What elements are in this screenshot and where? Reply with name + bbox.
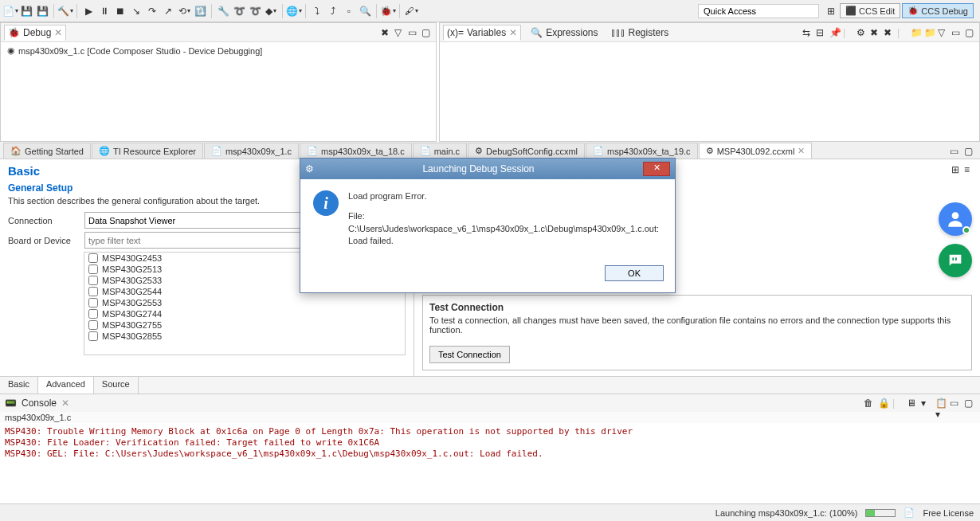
folder-icon[interactable]: 📁 xyxy=(911,27,922,38)
highlight-icon[interactable]: 🖋▾ xyxy=(404,4,418,18)
tab-getting-started[interactable]: 🏠 Getting Started xyxy=(3,143,91,159)
variables-tab[interactable]: (x)= Variables ✕ xyxy=(443,25,521,41)
console-output[interactable]: MSP430: Trouble Writing Memory Block at … xyxy=(0,423,980,495)
close-icon[interactable]: ✕ xyxy=(509,27,517,38)
xx-icon[interactable]: ✖ xyxy=(884,27,895,38)
new-icon[interactable]: 📄▾ xyxy=(3,4,18,18)
device-checkbox[interactable] xyxy=(88,264,98,274)
list-item[interactable]: MSP430G2553 xyxy=(84,297,405,308)
device-checkbox[interactable] xyxy=(88,298,98,308)
list-item[interactable]: MSP430G2755 xyxy=(84,319,405,331)
maximize-icon[interactable]: ▢ xyxy=(965,27,976,38)
tab-advanced[interactable]: Advanced xyxy=(38,377,94,394)
tab-file1[interactable]: 📄 msp430x09x_1.c xyxy=(204,143,299,159)
arrow2-icon[interactable]: ⤴ xyxy=(326,4,340,18)
save-icon[interactable]: 💾 xyxy=(19,4,33,18)
device-checkbox[interactable] xyxy=(88,276,98,285)
tab-active-ccxml[interactable]: ⚙ MSP430L092.ccxml ✕ xyxy=(699,143,813,159)
filter-icon[interactable]: ⚙ xyxy=(857,27,868,38)
tree-icon[interactable]: ⇆ xyxy=(802,27,813,38)
svg-rect-2 xyxy=(955,257,957,260)
hammer-icon[interactable]: 🔨▾ xyxy=(58,4,73,18)
dialog-title-text: Launching Debug Session xyxy=(314,163,643,174)
list-item[interactable]: MSP430G2855 xyxy=(84,331,405,342)
ccs-debug-perspective[interactable]: 🐞 CCS Debug xyxy=(902,3,974,18)
save-all-icon[interactable]: 💾 xyxy=(35,4,49,18)
tool4-icon[interactable]: ◆▾ xyxy=(264,4,278,18)
device-checkbox[interactable] xyxy=(88,253,98,263)
dialog-message: File: C:\Users\Judes\workspace_v6_1\msp4… xyxy=(348,210,662,247)
close-icon[interactable]: ✕ xyxy=(798,146,805,156)
doc-icon[interactable]: 📄 xyxy=(904,507,915,518)
error-dialog: ⚙ Launching Debug Session ✕ i Load progr… xyxy=(300,158,676,293)
reset-icon[interactable]: ⟲▾ xyxy=(177,4,191,18)
minimize-icon[interactable]: ▭ xyxy=(408,27,419,38)
tab-basic[interactable]: Basic xyxy=(0,377,38,394)
tab-file2[interactable]: 📄 msp430x09x_ta_18.c xyxy=(300,143,412,159)
resume-icon[interactable]: ▶ xyxy=(81,4,96,18)
device-checkbox[interactable] xyxy=(88,320,98,330)
tab-ti-resource[interactable]: 🌐 TI Resource Explorer xyxy=(92,143,203,159)
device-checkbox[interactable] xyxy=(88,287,98,296)
globe-icon[interactable]: 🌐▾ xyxy=(287,4,301,18)
step-return-icon[interactable]: ↗ xyxy=(161,4,175,18)
folder2-icon[interactable]: 📁 xyxy=(924,27,935,38)
clear-icon[interactable]: 🗑 xyxy=(864,398,875,409)
quick-access-input[interactable] xyxy=(698,4,819,18)
refresh-icon[interactable]: 🔃 xyxy=(193,4,207,18)
open-perspective-icon[interactable]: ⊞ xyxy=(824,4,838,18)
stop-icon[interactable]: ⏹ xyxy=(113,4,127,18)
ok-button[interactable]: OK xyxy=(605,265,664,281)
close-icon[interactable]: ✕ xyxy=(61,398,69,409)
tab-source[interactable]: Source xyxy=(94,377,139,394)
chat-button[interactable] xyxy=(939,244,972,277)
grid-icon[interactable]: ⊞ xyxy=(951,164,962,175)
step-over-icon[interactable]: ↷ xyxy=(145,4,159,18)
dialog-close-button[interactable]: ✕ xyxy=(643,162,670,176)
tab-file3[interactable]: 📄 main.c xyxy=(413,143,467,159)
arrow-icon[interactable]: ⤵ xyxy=(310,4,324,18)
pin-icon[interactable]: 📌 xyxy=(829,27,841,38)
tool3-icon[interactable]: ➰ xyxy=(248,4,262,18)
maximize-icon[interactable]: ▢ xyxy=(964,146,975,157)
minimize-icon[interactable]: ▭ xyxy=(950,398,961,409)
search-icon[interactable]: 🔍 xyxy=(358,4,372,18)
x-icon[interactable]: ✖ xyxy=(870,27,881,38)
console-select-icon[interactable]: 📋▾ xyxy=(935,398,947,409)
list-icon[interactable]: ≡ xyxy=(964,164,975,175)
tab-file5[interactable]: 📄 msp430x09x_ta_19.c xyxy=(586,143,698,159)
tab-file4[interactable]: ⚙ DebugSoftConfig.ccxml xyxy=(468,143,585,159)
display-icon[interactable]: 🖥 xyxy=(907,398,918,409)
close-icon[interactable]: ✕ xyxy=(54,27,62,38)
sep2: | xyxy=(897,27,908,38)
debug-icon[interactable]: 🐞▾ xyxy=(381,4,395,18)
list-item[interactable]: MSP430G2744 xyxy=(84,308,405,319)
pause-icon[interactable]: ⏸ xyxy=(97,4,112,18)
bug-icon: 🐞 xyxy=(8,27,20,38)
test-connection-button[interactable]: Test Connection xyxy=(429,346,510,363)
minimize-icon[interactable]: ▭ xyxy=(951,27,962,38)
profile-button[interactable] xyxy=(939,202,972,236)
tool-icon[interactable]: 🔧 xyxy=(216,4,230,18)
device-checkbox[interactable] xyxy=(88,309,98,319)
menu-icon[interactable]: ▽ xyxy=(938,27,949,38)
step-into-icon[interactable]: ↘ xyxy=(129,4,143,18)
box-icon[interactable]: ▫ xyxy=(342,4,356,18)
collapse-icon[interactable]: ⊟ xyxy=(816,27,827,38)
device-checkbox[interactable] xyxy=(88,331,98,341)
maximize-icon[interactable]: ▢ xyxy=(964,398,975,409)
debug-tab[interactable]: 🐞 Debug ✕ xyxy=(4,25,66,41)
maximize-icon[interactable]: ▢ xyxy=(421,27,433,38)
lock-icon[interactable]: 🔒 xyxy=(878,398,889,409)
dropdown-icon[interactable]: ▾ xyxy=(921,398,932,409)
test-connection-box: Test Connection To test a connection, al… xyxy=(422,295,972,370)
debug-target-item[interactable]: ◉ msp430x09x_1.c [Code Composer Studio -… xyxy=(7,45,429,56)
menu-icon[interactable]: ▽ xyxy=(394,27,406,38)
remove-icon[interactable]: ✖ xyxy=(381,27,392,38)
tool2-icon[interactable]: ➰ xyxy=(232,4,246,18)
minimize-icon[interactable]: ▭ xyxy=(950,146,961,157)
expressions-tab[interactable]: 🔍 Expressions xyxy=(527,25,601,40)
registers-tab[interactable]: ⫿⫿⫿ Registers xyxy=(608,25,672,40)
ccs-edit-perspective[interactable]: ⬛ CCS Edit xyxy=(840,3,900,18)
debug-tab-label: Debug xyxy=(23,27,51,38)
